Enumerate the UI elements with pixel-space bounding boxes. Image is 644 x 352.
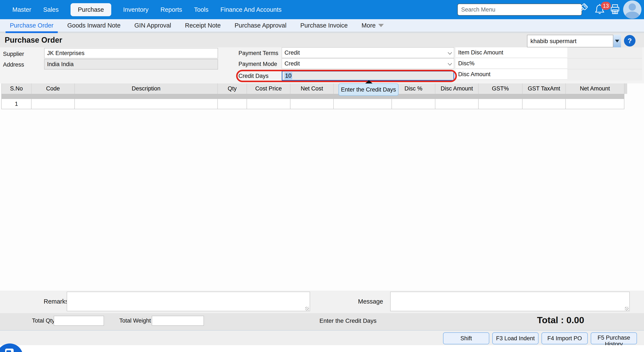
caret-down-icon	[378, 24, 384, 27]
resize-grip[interactable]	[625, 307, 629, 311]
row-cell-code[interactable]	[32, 99, 75, 109]
help-icon[interactable]: ?	[624, 35, 636, 47]
row-cell-net-cost[interactable]	[290, 99, 334, 109]
actions-band: ShiftF3 Load IndentF4 Import POF5 Purcha…	[0, 330, 644, 345]
total-weight-label: Total Weight	[119, 317, 151, 324]
caret-down-icon	[615, 40, 619, 43]
subnav-tab-purchase-order[interactable]: Purchase Order	[6, 19, 58, 32]
printer-icon[interactable]	[609, 3, 621, 16]
disc-amount-label: Disc Amount	[456, 69, 567, 80]
title-bar: Purchase Order khabib supermart ?	[0, 33, 644, 47]
remarks-label: Remarks	[44, 298, 68, 305]
button-shift[interactable]: Shift	[443, 332, 489, 344]
subnav-tab-gin-approval[interactable]: GIN Approval	[130, 19, 176, 32]
button-f3-load-indent[interactable]: F3 Load Indent	[492, 332, 538, 344]
address-label: Address	[3, 61, 24, 68]
top-nav-menu: MasterSalesPurchaseInventoryReportsTools…	[0, 3, 282, 16]
subnav-tab-purchase-approval[interactable]: Purchase Approval	[230, 19, 291, 32]
subnav-more-menu[interactable]: More	[358, 19, 388, 32]
chevron-down-icon	[448, 61, 452, 66]
row-cell-amount[interactable]	[334, 99, 392, 109]
topnav-item-inventory[interactable]: Inventory	[123, 6, 148, 13]
payment-terms-select[interactable]: Credit	[282, 47, 454, 58]
bell-icon[interactable]: 13	[594, 3, 606, 16]
credit-days-label: Credit Days	[238, 73, 268, 79]
item-disc-amount-label: Item Disc Amount	[456, 47, 567, 58]
chat-icon	[5, 348, 14, 352]
tooltip-arrow	[365, 80, 373, 84]
table-header-row: S.NoCodeDescriptionQtyCost PriceNet Cost…	[1, 83, 624, 94]
line-items-table: S.NoCodeDescriptionQtyCost PriceNet Cost…	[1, 83, 624, 109]
column-header-net-cost: Net Cost	[290, 83, 334, 94]
subnav-tab-goods-inward-note[interactable]: Goods Inward Note	[63, 19, 125, 32]
column-header-disc-amount: Disc Amount	[435, 83, 479, 94]
button-f4-import-po[interactable]: F4 Import PO	[542, 332, 588, 344]
chevron-down-icon	[448, 50, 452, 55]
company-selector[interactable]: khabib supermart	[527, 35, 620, 47]
tab-underline-track	[0, 32, 644, 33]
disc-pct-label: Disc%	[456, 58, 567, 69]
button-f5-purchase-history[interactable]: F5 Purchase History	[591, 332, 637, 344]
table-separator-band	[1, 94, 624, 99]
total-qty-input[interactable]	[54, 316, 104, 326]
company-selector-value[interactable]: khabib supermart	[527, 35, 613, 47]
search-input[interactable]	[457, 4, 582, 16]
totals-band: Total Qty Total Weight Enter the Credit …	[0, 313, 644, 330]
user-avatar[interactable]	[623, 1, 642, 19]
total-weight-input[interactable]	[152, 316, 204, 326]
supplier-label: Supplier	[3, 51, 24, 57]
remarks-band: Remarks Message	[0, 291, 644, 313]
column-header-cost-price: Cost Price	[247, 83, 290, 94]
topnav-item-finance-and-accounts[interactable]: Finance And Accounts	[220, 6, 282, 13]
subnav-tab-receipt-note[interactable]: Receipt Note	[181, 19, 225, 32]
column-header-net-amount: Net Amount	[566, 83, 624, 94]
column-header-code: Code	[32, 83, 75, 94]
page-title: Purchase Order	[5, 36, 62, 45]
column-header-qty: Qty	[218, 83, 247, 94]
payment-mode-label: Payment Mode	[238, 61, 277, 67]
row-cell-disc-amount[interactable]	[435, 99, 479, 109]
message-textarea[interactable]	[390, 292, 630, 311]
message-label: Message	[358, 298, 383, 305]
company-dropdown-button[interactable]	[613, 35, 621, 47]
row-cell-disc[interactable]	[392, 99, 435, 109]
topnav-item-master[interactable]: Master	[12, 6, 31, 13]
purchase-order-page: MasterSalesPurchaseInventoryReportsTools…	[0, 0, 644, 352]
topnav-item-sales[interactable]: Sales	[43, 6, 59, 13]
disc-fields-panel	[567, 47, 642, 80]
column-header-s-no: S.No	[1, 83, 32, 94]
topnav-item-tools[interactable]: Tools	[194, 6, 209, 13]
payment-mode-value: Credit	[284, 60, 300, 67]
row-cell-net-amount[interactable]	[566, 99, 624, 109]
credit-days-input[interactable]: 10	[282, 71, 454, 81]
table-row[interactable]: 1	[1, 99, 624, 109]
payment-mode-select[interactable]: Credit	[282, 58, 454, 69]
row-cell-gst[interactable]	[479, 99, 522, 109]
paintbrush-icon[interactable]	[577, 3, 588, 16]
resize-grip[interactable]	[305, 307, 309, 311]
purchase-subnav: Purchase OrderGoods Inward NoteGIN Appro…	[0, 19, 644, 33]
total-qty-label: Total Qty	[32, 317, 55, 324]
subnav-tab-purchase-invoice[interactable]: Purchase Invoice	[296, 19, 352, 32]
column-header-gst: GST%	[479, 83, 522, 94]
grand-total: Total : 0.00	[537, 315, 584, 325]
row-cell-description[interactable]	[75, 99, 218, 109]
payment-terms-value: Credit	[284, 50, 300, 56]
row-cell-cost-price[interactable]	[247, 99, 290, 109]
topnav-item-reports[interactable]: Reports	[160, 6, 182, 13]
top-navigation-bar: MasterSalesPurchaseInventoryReportsTools…	[0, 0, 644, 19]
status-message: Enter the Credit Days	[320, 317, 376, 324]
row-cell-gst-taxamt[interactable]	[522, 99, 566, 109]
payment-terms-label: Payment Terms	[238, 50, 278, 57]
row-sno-cell[interactable]: 1	[1, 99, 32, 109]
remarks-textarea[interactable]	[67, 292, 310, 311]
address-input	[44, 59, 218, 70]
topnav-item-purchase[interactable]: Purchase	[70, 3, 111, 16]
row-cell-qty[interactable]	[218, 99, 247, 109]
column-header-description: Description	[75, 83, 218, 94]
column-header-gst-taxamt: GST TaxAmt	[522, 83, 566, 94]
table-scroll-sliver	[624, 83, 627, 94]
bottom-strip	[0, 345, 644, 352]
supplier-input[interactable]	[44, 48, 218, 58]
credit-days-tooltip: Enter the Credit Days	[338, 83, 398, 96]
